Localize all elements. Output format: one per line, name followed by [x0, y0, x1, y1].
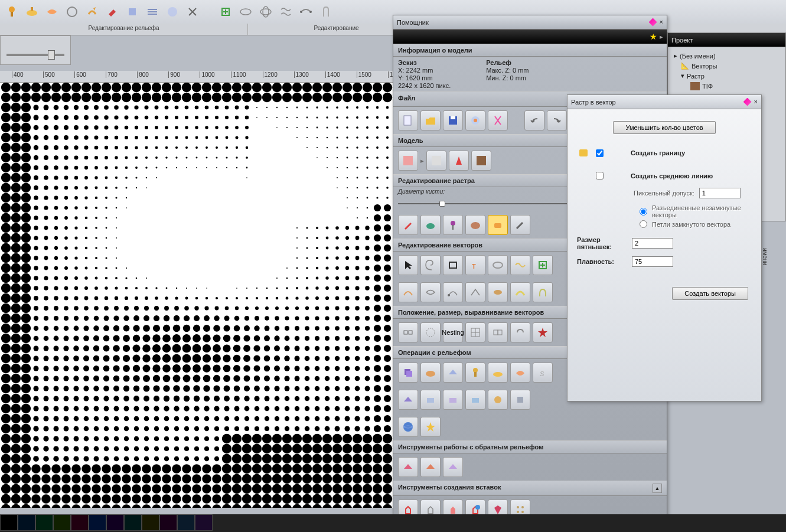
color-swatch[interactable]	[142, 514, 159, 531]
opt1-radio[interactable]	[640, 208, 647, 216]
color-swatch[interactable]	[177, 514, 195, 531]
close-icon[interactable]: ×	[660, 18, 663, 27]
pencil-icon[interactable]	[398, 215, 418, 235]
tool-icon-2[interactable]	[22, 2, 41, 21]
assistant-header[interactable]: Помощник ×	[393, 15, 667, 30]
relief-9-icon[interactable]	[420, 390, 441, 410]
tool-icon-14[interactable]	[276, 2, 295, 21]
curve2-icon[interactable]	[420, 282, 441, 302]
color-swatch[interactable]	[195, 514, 213, 531]
text-icon[interactable]: T	[465, 255, 485, 275]
tool-icon-1[interactable]	[2, 2, 21, 21]
grid-icon[interactable]	[465, 322, 485, 342]
tool-icon-3[interactable]	[43, 2, 61, 21]
settings-icon[interactable]	[465, 110, 485, 130]
relief-1-icon[interactable]	[398, 363, 418, 383]
chevron-icon[interactable]: ▸	[660, 33, 663, 41]
reduce-colors-button[interactable]: Уменьшить кол-во цветов	[613, 121, 715, 134]
omega-icon[interactable]	[533, 282, 553, 302]
undo-icon[interactable]	[524, 110, 544, 130]
tool-icon-7[interactable]	[123, 2, 142, 21]
insert-tools-header[interactable]: Инструменты создания вставок▲	[393, 481, 667, 496]
back-3-icon[interactable]	[443, 457, 463, 477]
back-2-icon[interactable]	[420, 457, 441, 477]
color-swatch[interactable]	[159, 514, 177, 531]
relief-12-icon[interactable]	[488, 390, 508, 410]
tool-icon-9[interactable]	[163, 2, 182, 21]
project-header[interactable]: Проект	[668, 33, 785, 47]
wave2-icon[interactable]	[510, 255, 530, 275]
nesting-icon[interactable]: Nesting	[443, 322, 463, 342]
smoothness-input[interactable]	[632, 256, 673, 267]
back-1-icon[interactable]	[398, 457, 418, 477]
redo-icon[interactable]	[547, 110, 567, 130]
rect-icon[interactable]	[443, 255, 463, 275]
ring-icon[interactable]	[488, 255, 508, 275]
back-relief-header[interactable]: Инструменты работы с обратным рельефом	[393, 440, 667, 453]
model-icon-2[interactable]	[426, 151, 446, 171]
model-icon-4[interactable]	[471, 151, 491, 171]
relief-4-icon[interactable]	[465, 363, 485, 383]
color-swatch[interactable]	[0, 514, 18, 531]
picker-icon[interactable]	[443, 215, 463, 235]
tool-icon-15[interactable]	[296, 2, 315, 21]
rotate-icon[interactable]	[510, 322, 530, 342]
tree-root[interactable]: ▸(Без имени)	[671, 51, 782, 61]
relief-8-icon[interactable]	[398, 390, 418, 410]
relief-2-icon[interactable]	[420, 363, 441, 383]
tree-vectors[interactable]: 📐Векторы	[671, 61, 782, 71]
eraser-icon[interactable]	[488, 215, 508, 235]
relief-11-icon[interactable]	[465, 390, 485, 410]
relief-6-icon[interactable]	[510, 363, 530, 383]
color-swatch[interactable]	[106, 514, 124, 531]
color-swatch[interactable]	[35, 514, 53, 531]
circle-array-icon[interactable]	[420, 322, 441, 342]
open-folder-icon[interactable]	[420, 110, 441, 130]
create-vectors-button[interactable]: Создать векторы	[672, 287, 748, 300]
curve1-icon[interactable]	[398, 282, 418, 302]
tool-icon-11[interactable]	[216, 2, 235, 21]
pixel-tolerance-input[interactable]	[699, 188, 741, 198]
tool-icon-10[interactable]	[183, 2, 202, 21]
opt2-radio[interactable]	[640, 220, 647, 228]
collapse-icon-2[interactable]: ▲	[653, 484, 662, 493]
sphere-icon[interactable]	[398, 417, 418, 437]
link-icon[interactable]	[488, 322, 508, 342]
tree-raster[interactable]: ▾Растр	[671, 71, 782, 81]
tool-icon-6[interactable]	[103, 2, 122, 21]
tree-tif[interactable]: ТІФ	[671, 81, 782, 92]
color-swatch[interactable]	[18, 514, 35, 531]
curve3-icon[interactable]	[443, 282, 463, 302]
brush-icon[interactable]	[510, 215, 530, 235]
curve4-icon[interactable]	[465, 282, 485, 302]
palette-icon[interactable]	[465, 215, 485, 235]
zoom-slider-thumb[interactable]	[48, 50, 55, 60]
color-swatch[interactable]	[71, 514, 89, 531]
star-icon[interactable]: ★	[650, 32, 657, 41]
raster-dialog-header[interactable]: Растр в вектор ×	[568, 95, 761, 109]
tool-icon-12[interactable]	[236, 2, 255, 21]
ring2-icon[interactable]	[488, 282, 508, 302]
model-icon-3[interactable]	[449, 151, 469, 171]
spot-size-input[interactable]	[632, 238, 673, 249]
tool-icon-8[interactable]	[143, 2, 162, 21]
relief-3-icon[interactable]	[443, 363, 463, 383]
cursor-icon[interactable]	[398, 255, 418, 275]
cut-icon[interactable]	[488, 110, 508, 130]
spiral-icon[interactable]	[420, 255, 441, 275]
relief-10-icon[interactable]	[443, 390, 463, 410]
color-swatch[interactable]	[124, 514, 142, 531]
curve5-icon[interactable]	[510, 282, 530, 302]
new-file-icon[interactable]	[398, 110, 418, 130]
plus-box-icon[interactable]	[533, 255, 553, 275]
relief-5-icon[interactable]	[488, 363, 508, 383]
create-border-checkbox[interactable]	[596, 149, 604, 157]
align-icon[interactable]	[398, 322, 418, 342]
create-midline-checkbox[interactable]	[596, 172, 604, 179]
close-icon[interactable]: ×	[754, 98, 758, 106]
tool-icon-4[interactable]	[63, 2, 81, 21]
star-tool-icon[interactable]	[533, 322, 553, 342]
relief-13-icon[interactable]	[510, 390, 530, 410]
bucket-icon[interactable]	[420, 215, 441, 235]
color-swatch[interactable]	[89, 514, 106, 531]
